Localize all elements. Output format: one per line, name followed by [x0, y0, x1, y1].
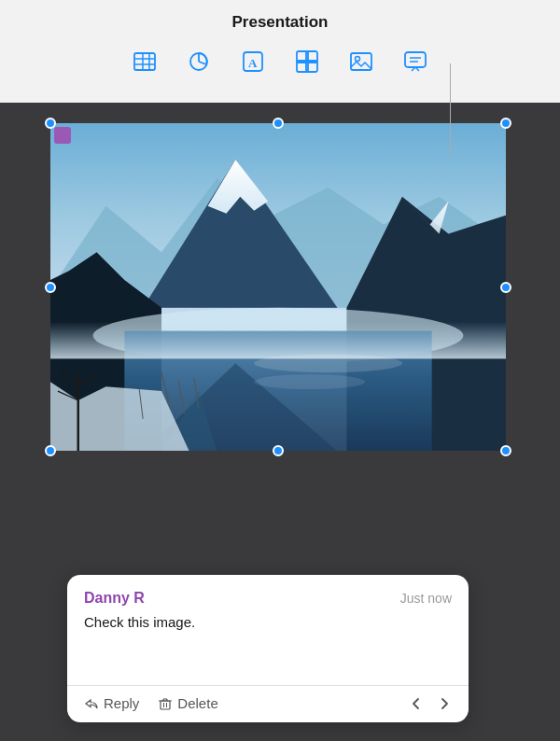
text-icon[interactable]: A [236, 45, 270, 78]
comment-header: Danny R Just now [84, 590, 452, 607]
top-bar: Presentation A [0, 0, 560, 103]
comment-message: Check this image. [84, 612, 452, 668]
chart-icon[interactable] [182, 45, 216, 78]
reply-label: Reply [104, 695, 139, 711]
annotation-flag[interactable] [54, 127, 71, 144]
canvas-area: Danny R Just now Check this image. Reply [0, 103, 560, 741]
chevron-right-icon [437, 696, 452, 711]
connector-line [450, 63, 451, 157]
action-buttons-left: Reply Delete [84, 695, 218, 711]
reply-icon [84, 696, 99, 711]
image-icon[interactable] [344, 45, 378, 78]
page-title: Presentation [232, 13, 329, 32]
handle-bottom-left[interactable] [45, 445, 56, 456]
reply-button[interactable]: Reply [84, 695, 139, 711]
table-icon[interactable] [128, 45, 161, 78]
handle-middle-right[interactable] [500, 282, 511, 293]
svg-rect-0 [134, 53, 155, 70]
handle-top-right[interactable] [500, 118, 511, 129]
image-selected [49, 121, 508, 453]
comment-actions: Reply Delete [67, 686, 469, 722]
toolbar: A [128, 45, 432, 78]
svg-rect-28 [50, 322, 506, 359]
svg-rect-12 [351, 53, 371, 70]
delete-icon [158, 696, 173, 711]
svg-text:A: A [248, 56, 258, 70]
svg-point-39 [254, 374, 365, 389]
handle-top-center[interactable] [273, 118, 284, 129]
svg-point-38 [254, 354, 402, 372]
comment-bubble: Danny R Just now Check this image. Reply [67, 575, 469, 722]
comment-body: Danny R Just now Check this image. [67, 575, 469, 685]
comment-author: Danny R [84, 590, 145, 607]
delete-button[interactable]: Delete [158, 695, 217, 711]
image-background [50, 123, 506, 451]
handle-bottom-right[interactable] [500, 445, 511, 456]
shapes-icon[interactable] [290, 45, 324, 78]
svg-point-13 [356, 57, 360, 62]
svg-rect-14 [405, 52, 426, 67]
comment-icon[interactable] [399, 45, 432, 78]
navigation-buttons [409, 696, 452, 711]
delete-label: Delete [177, 695, 217, 711]
next-button[interactable] [437, 696, 452, 711]
handle-bottom-center[interactable] [273, 445, 284, 456]
svg-rect-40 [161, 701, 170, 709]
chevron-left-icon [409, 696, 424, 711]
comment-time: Just now [400, 591, 452, 606]
previous-button[interactable] [409, 696, 424, 711]
image-container[interactable] [49, 121, 508, 453]
handle-middle-left[interactable] [45, 282, 56, 293]
